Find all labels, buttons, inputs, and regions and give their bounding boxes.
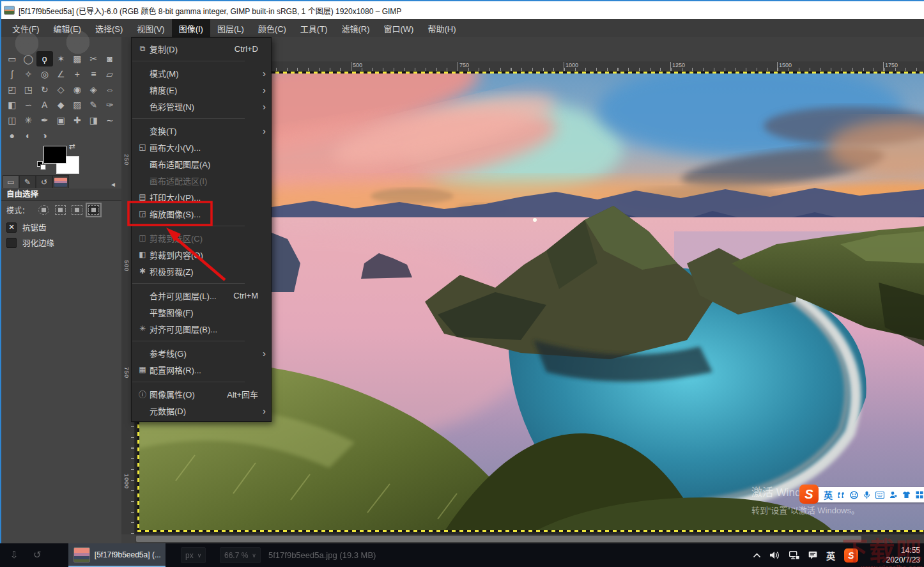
menu-view[interactable]: 视图(V) (130, 19, 171, 37)
tool-rotate[interactable]: ◳ (20, 82, 37, 97)
scrollbar-thumb[interactable] (136, 536, 861, 542)
mode-replace-button[interactable] (38, 205, 49, 215)
sogou-tray-icon[interactable]: S (844, 548, 858, 563)
menu-item-duplicate[interactable]: ⧉ 复制(D) Ctrl+D (132, 40, 271, 57)
menu-tools[interactable]: 工具(T) (293, 19, 335, 37)
menu-item-mode[interactable]: 模式(M) › (132, 65, 271, 81)
tool-scissors-select[interactable]: ✂ (86, 51, 102, 66)
tool-dodge-burn[interactable]: ◐ (20, 128, 37, 143)
menu-item-scale-image[interactable]: ◲ 缩放图像(S)... (132, 205, 271, 222)
mode-intersect-button[interactable] (88, 205, 99, 215)
antialias-option[interactable]: ✕ 抗锯齿 (6, 221, 47, 233)
menu-item-crop-to-selection[interactable]: ◫ 剪裁到选区(C) (132, 229, 271, 246)
taskbar-app-button[interactable]: [5f17f9b5eed5a] (... (68, 543, 166, 567)
tool-smudge[interactable]: ∼ (102, 113, 118, 128)
menu-item-fit-canvas-to-layers[interactable]: 画布适配图层(A) (132, 155, 271, 172)
tool-perspective[interactable]: ◈ (86, 82, 102, 97)
collapse-dock-icon[interactable]: ◄ (110, 181, 116, 188)
horizontal-scrollbar[interactable] (135, 534, 924, 543)
mode-add-button[interactable] (55, 205, 66, 215)
menu-item-crop-to-content[interactable]: ◧ 剪裁到内容(O) (132, 246, 271, 263)
tool-color-picker[interactable]: ✧ (20, 66, 37, 82)
toolbox-grid-icon[interactable] (916, 491, 923, 499)
quote-icon[interactable] (838, 492, 845, 499)
tool-ellipse-select[interactable]: ◯ (20, 51, 37, 66)
tool-gradient[interactable]: ▨ (69, 97, 86, 113)
tool-cage-transform[interactable]: ◧ (4, 97, 20, 113)
network-icon[interactable] (789, 551, 799, 559)
menu-item-align-visible-layers[interactable]: ✳ 对齐可见图层(B)... (132, 320, 271, 337)
tool-airbrush[interactable]: ✳ (20, 113, 37, 128)
tool-mypaint-brush[interactable]: ◑ (36, 128, 53, 143)
ime-mode-label[interactable]: 英 (824, 488, 833, 501)
menu-item-precision[interactable]: 精度(E) › (132, 81, 271, 98)
tab-image-thumbnail[interactable] (52, 175, 69, 188)
tab-device-status[interactable]: ✎ (19, 175, 36, 188)
mode-subtract-button[interactable] (72, 205, 82, 215)
fg-bg-color-widget[interactable]: ⇄ (38, 144, 84, 175)
tool-measure[interactable]: ∠ (53, 66, 70, 82)
tool-scale[interactable]: ↻ (36, 82, 53, 97)
tool-ink[interactable]: ✒ (36, 113, 53, 128)
menu-item-canvas-size[interactable]: ◱ 画布大小(V)... (132, 139, 271, 155)
tool-select-by-color[interactable]: ▩ (69, 51, 86, 66)
tool-handle-transform[interactable]: ◉ (69, 82, 86, 97)
zoom-dropdown[interactable]: 66.7 %∨ (220, 547, 261, 563)
tool-warp[interactable]: ∽ (20, 97, 37, 113)
tab-undo-history[interactable]: ↺ (36, 175, 52, 188)
menu-item-transform[interactable]: 变换(T) › (132, 122, 271, 139)
menu-item-image-properties[interactable]: ⓘ 图像属性(O) Alt+回车 (132, 385, 271, 402)
tool-paintbrush[interactable]: ✑ (102, 97, 118, 113)
tool-rect-select[interactable]: ▭ (4, 51, 20, 66)
skin-icon[interactable] (902, 491, 911, 499)
tool-move[interactable]: + (69, 66, 86, 82)
tool-unified-transform[interactable]: ◰ (4, 82, 20, 97)
menu-layer[interactable]: 图层(L) (210, 19, 251, 37)
menu-filters[interactable]: 滤镜(R) (334, 19, 376, 37)
account-icon[interactable] (889, 491, 897, 499)
menu-item-merge-visible-layers[interactable]: 合并可见图层(L)... Ctrl+M (132, 287, 271, 304)
taskbar-clock[interactable]: 14:55 2020/7/23 (886, 546, 920, 565)
feather-option[interactable]: 羽化边缘 (6, 237, 54, 249)
notification-icon[interactable] (808, 551, 817, 559)
menu-help[interactable]: 帮助(H) (420, 19, 463, 37)
tool-pencil[interactable]: ✎ (86, 97, 102, 113)
sogou-ime-bar[interactable]: S 英 (805, 487, 924, 502)
tool-eraser[interactable]: ◫ (4, 113, 20, 128)
tool-heal[interactable]: ✚ (69, 113, 86, 128)
menu-item-configure-grid[interactable]: ▦ 配置网格(R)... (132, 361, 271, 378)
menu-item-print-size[interactable]: ▤ 打印大小(P)... (132, 189, 271, 205)
tool-bucket-fill[interactable]: ◆ (53, 97, 70, 113)
ime-indicator[interactable]: 英 (826, 549, 835, 562)
tool-zoom[interactable]: ◎ (36, 66, 53, 82)
tool-free-select[interactable]: ϙ (36, 51, 53, 66)
menu-item-metadata[interactable]: 元数据(D) › (132, 402, 271, 419)
foreground-color-swatch[interactable] (43, 146, 66, 164)
tool-fuzzy-select[interactable]: ✶ (53, 51, 70, 66)
menu-windows[interactable]: 窗口(W) (377, 19, 421, 37)
tool-shear[interactable]: ◇ (53, 82, 70, 97)
volume-icon[interactable] (770, 551, 780, 559)
voice-input-icon[interactable] (863, 491, 870, 499)
tool-text[interactable]: A (36, 97, 53, 113)
menu-item-zealous-crop[interactable]: ✱ 积极剪裁(Z) (132, 263, 271, 279)
tool-blur-sharpen[interactable]: ● (4, 128, 20, 143)
menu-item-fit-canvas-to-selection[interactable]: 画布适配选区(I) (132, 172, 271, 189)
menu-item-flatten-image[interactable]: 平整图像(F) (132, 304, 271, 320)
tool-align[interactable]: ≡ (86, 66, 102, 82)
tray-expand-icon[interactable] (753, 552, 761, 558)
menu-image[interactable]: 图像(I) (172, 19, 210, 37)
tool-perspective-clone[interactable]: ◨ (86, 113, 102, 128)
tool-crop[interactable]: ▱ (102, 66, 118, 82)
tool-flip[interactable]: ⇔ (102, 82, 118, 97)
menu-item-guides[interactable]: 参考线(G) › (132, 345, 271, 361)
tool-foreground-select[interactable]: ◙ (102, 51, 118, 66)
tab-tool-options[interactable]: ▭ (3, 175, 19, 188)
sogou-logo-icon[interactable]: S (799, 485, 819, 504)
menu-colors[interactable]: 颜色(C) (251, 19, 293, 37)
tool-clone[interactable]: ▣ (53, 113, 70, 128)
antialias-checkbox[interactable]: ✕ (6, 222, 17, 233)
swap-colors-icon[interactable]: ⇄ (69, 142, 75, 151)
soft-keyboard-icon[interactable] (875, 492, 884, 499)
feather-checkbox[interactable] (6, 238, 17, 248)
